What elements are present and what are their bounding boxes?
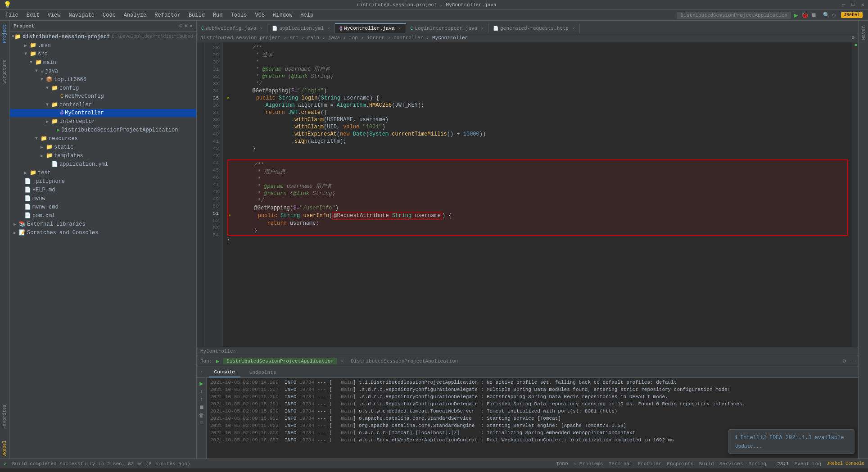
menu-run[interactable]: Run	[209, 11, 226, 19]
breadcrumb-part-5[interactable]: it6666	[367, 35, 385, 41]
console-fold-icon[interactable]: ≡	[200, 420, 203, 427]
tree-item-mycontroller[interactable]: @ MyController	[10, 109, 196, 117]
minimize-button[interactable]: ─	[842, 1, 845, 8]
tree-item-test[interactable]: ▶ 📁 test	[10, 168, 196, 177]
search-everywhere-button[interactable]: 🔍	[823, 12, 830, 18]
project-tab-icon[interactable]: Project	[0, 23, 10, 45]
menu-window[interactable]: Window	[269, 11, 296, 19]
tree-item-config[interactable]: ▼ 📁 config	[10, 84, 196, 92]
console-scroll-top-icon[interactable]: ↑	[200, 370, 203, 375]
tree-item-resources[interactable]: ▼ 📁 resources	[10, 134, 196, 143]
breadcrumb-part-6[interactable]: controller	[393, 35, 423, 41]
menu-edit[interactable]: Edit	[23, 11, 43, 19]
run-config-dropdown[interactable]: DistributedSessionProjectApplication	[677, 12, 791, 19]
tab-close-webmvcconfig[interactable]: ✕	[260, 26, 262, 31]
status-services-icon[interactable]: Services	[719, 461, 743, 467]
tree-item-root[interactable]: ▼ 📁 distributed-session-project D:\Devel…	[10, 32, 196, 41]
tab-endpoints[interactable]: Endpoints	[244, 368, 281, 377]
tab-logininterceptor[interactable]: C LoginInterceptor.java ✕	[406, 24, 489, 33]
tab-webmvcconfig[interactable]: C WebMvcConfig.java ✕	[197, 24, 267, 33]
tree-item-templates[interactable]: ▶ 📁 templates	[10, 151, 196, 160]
menu-code[interactable]: Code	[99, 11, 119, 19]
tab-console[interactable]: Console	[209, 368, 240, 377]
tree-item-mvn[interactable]: ▶ 📁 .mvn	[10, 41, 196, 50]
tab-close-generatedrequests[interactable]: ✕	[572, 26, 575, 31]
breadcrumb-part-0[interactable]: distributed-session-project	[200, 35, 280, 41]
console-clear-icon[interactable]: 🗑	[199, 412, 204, 419]
console-up-icon[interactable]: ↑	[200, 396, 203, 403]
project-panel-settings-icon[interactable]: ⚙	[179, 23, 182, 29]
menu-vcs[interactable]: VCS	[252, 11, 269, 19]
run-minimize-icon[interactable]: ─	[851, 358, 854, 364]
breadcrumb-part-1[interactable]: src	[289, 35, 298, 41]
tree-item-appyml[interactable]: 📄 application.yml	[10, 160, 196, 168]
run-config-label[interactable]: DistributedSessionProjectApplication	[223, 358, 337, 364]
tree-item-gitignore[interactable]: 📄 .gitignore	[10, 177, 196, 186]
status-problems-icon[interactable]: ⚠ Problems	[574, 461, 603, 467]
tree-item-static[interactable]: ▶ 📁 static	[10, 143, 196, 151]
favorites-icon[interactable]: Favorites	[0, 403, 10, 431]
project-panel-expand-icon[interactable]: ≡	[185, 23, 188, 29]
tree-item-src[interactable]: ▼ 📁 src	[10, 50, 196, 58]
code-editor[interactable]: 28 29 30 31 32 33 34 35 36 37 38 39 40 4…	[197, 42, 858, 347]
jrebel-status-icon[interactable]: JRebel Console	[827, 461, 864, 466]
run-settings-icon[interactable]: ⚙	[843, 358, 846, 364]
status-endpoints-icon[interactable]: Endpoints	[667, 461, 693, 467]
status-build-icon2[interactable]: Build	[699, 461, 714, 467]
menu-help[interactable]: Help	[297, 11, 317, 19]
menu-tools[interactable]: Tools	[227, 11, 251, 19]
structure-icon[interactable]: Structure	[0, 58, 10, 86]
status-spring-icon[interactable]: Spring	[749, 461, 767, 467]
tab-mycontroller[interactable]: @ MyController.java ✕	[335, 23, 406, 33]
tree-item-package[interactable]: ▼ 📦 top.it6666	[10, 75, 196, 84]
tree-item-pomxml[interactable]: 📄 pom.xml	[10, 211, 196, 220]
tab-close-mycontroller[interactable]: ✕	[398, 26, 401, 31]
breadcrumb-part-3[interactable]: java	[328, 35, 340, 41]
menu-analyze[interactable]: Analyze	[120, 11, 150, 19]
run-indicator-icon[interactable]: ▶	[216, 358, 219, 365]
tree-item-mvnwcmd[interactable]: 📄 mvnw.cmd	[10, 203, 196, 211]
menu-file[interactable]: File	[2, 11, 22, 19]
tree-item-webmvcconfig[interactable]: C WebMvcConfig	[10, 92, 196, 100]
console-rerun-icon[interactable]: ▶	[199, 380, 203, 387]
tab-close-logininterceptor[interactable]: ✕	[481, 26, 484, 31]
status-todo-icon[interactable]: TODO	[556, 461, 568, 467]
stop-button[interactable]: ⏹	[811, 12, 817, 18]
jrebel-side-icon[interactable]: JRebel	[0, 439, 10, 458]
tree-item-controller[interactable]: ▼ 📁 controller	[10, 100, 196, 109]
tree-item-mvnw[interactable]: 📄 mvnw	[10, 194, 196, 203]
status-terminal-icon[interactable]: Terminal	[609, 461, 633, 467]
tree-item-java[interactable]: ▼ ☕ java	[10, 67, 196, 75]
console-stop-icon[interactable]: ⏹	[199, 404, 204, 411]
code-content[interactable]: /** * 登录 * * @param username 用户名 * @retu…	[223, 42, 852, 347]
settings-button[interactable]: ⚙	[832, 12, 836, 18]
breadcrumb-settings-icon[interactable]: ⚙	[851, 35, 854, 41]
tab-applicationyml[interactable]: 📄 application.yml ✕	[267, 24, 335, 33]
maximize-button[interactable]: □	[852, 1, 855, 8]
maven-icon[interactable]: Maven	[860, 23, 867, 43]
tree-item-helpmd[interactable]: 📄 HELP.md	[10, 186, 196, 194]
menu-refactor[interactable]: Refactor	[151, 11, 184, 19]
close-button[interactable]: ✕	[861, 1, 864, 8]
tree-item-scratches[interactable]: ▶ 📝 Scratches and Consoles	[10, 228, 196, 237]
status-profiler-icon[interactable]: Profiler	[637, 461, 661, 467]
notification-update-link[interactable]: Update...	[735, 444, 762, 449]
menu-navigate[interactable]: Navigate	[65, 11, 98, 19]
status-event-log-icon[interactable]: Event Log	[795, 461, 821, 467]
tree-item-extlibs[interactable]: ▶ 📚 External Libraries	[10, 220, 196, 228]
breadcrumb-part-7[interactable]: MyController	[432, 35, 468, 41]
console-down-icon[interactable]: ↓	[200, 389, 203, 395]
debug-button[interactable]: 🐞	[801, 11, 809, 19]
tab-generatedrequests[interactable]: 📄 generated-requests.http ✕	[488, 24, 580, 33]
editor-scrollbar[interactable]	[852, 42, 858, 347]
run-config-label2[interactable]: DistributedSessionProjectApplication	[348, 358, 462, 364]
run-button[interactable]: ▶	[794, 11, 798, 20]
tree-item-main[interactable]: ▼ 📁 main	[10, 58, 196, 67]
tree-item-app[interactable]: ▶ DistributedSessionProjectApplication	[10, 126, 196, 134]
menu-build[interactable]: Build	[185, 11, 208, 19]
tree-item-interceptor[interactable]: ▶ 📁 interceptor	[10, 117, 196, 126]
breadcrumb-part-4[interactable]: top	[349, 35, 358, 41]
menu-view[interactable]: View	[44, 11, 64, 19]
breadcrumb-part-2[interactable]: main	[307, 35, 319, 41]
tab-close-appyml[interactable]: ✕	[327, 26, 330, 31]
